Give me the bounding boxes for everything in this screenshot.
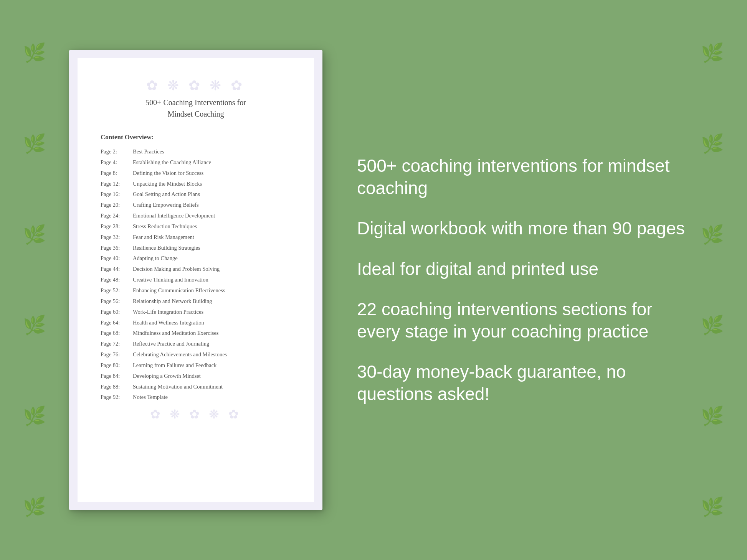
feature-text-1: 500+ coaching interventions for mindset … xyxy=(357,155,686,199)
feature-text-2: Digital workbook with more than 90 pages xyxy=(357,217,686,240)
toc-item-20: Page 76: Celebrating Achievements and Mi… xyxy=(101,351,291,358)
toc-page-9: Page 32: xyxy=(101,234,131,241)
toc-item-4: Page 12: Unpacking the Mindset Blocks xyxy=(101,180,291,188)
toc-title-16: Work-Life Integration Practices xyxy=(133,308,203,316)
toc-item-11: Page 40: Adapting to Change xyxy=(101,255,291,262)
toc-item-13: Page 48: Creative Thinking and Innovatio… xyxy=(101,276,291,283)
toc-title-7: Emotional Intelligence Development xyxy=(133,212,215,219)
toc-page-24: Page 92: xyxy=(101,394,131,401)
toc-page-15: Page 56: xyxy=(101,298,131,305)
document-title: 500+ Coaching Interventions for Mindset … xyxy=(101,97,291,120)
toc-page-6: Page 20: xyxy=(101,201,131,209)
toc-item-10: Page 36: Resilience Building Strategies xyxy=(101,244,291,252)
toc-page-12: Page 44: xyxy=(101,265,131,273)
toc-title-18: Mindfulness and Meditation Exercises xyxy=(133,329,219,337)
toc-page-16: Page 60: xyxy=(101,308,131,316)
toc-page-1: Page 2: xyxy=(101,148,131,155)
toc-item-19: Page 72: Reflective Practice and Journal… xyxy=(101,340,291,348)
toc-page-18: Page 68: xyxy=(101,329,131,337)
toc-title-3: Defining the Vision for Success xyxy=(133,170,203,177)
toc-item-16: Page 60: Work-Life Integration Practices xyxy=(101,308,291,316)
toc-page-5: Page 16: xyxy=(101,191,131,198)
toc-title-8: Stress Reduction Techniques xyxy=(133,223,197,230)
toc-title-9: Fear and Risk Management xyxy=(133,234,194,241)
toc-item-7: Page 24: Emotional Intelligence Developm… xyxy=(101,212,291,219)
toc-title-13: Creative Thinking and Innovation xyxy=(133,276,208,283)
toc-page-2: Page 4: xyxy=(101,159,131,166)
content-overview-label: Content Overview: xyxy=(101,133,291,141)
toc-page-17: Page 64: xyxy=(101,319,131,326)
toc-item-1: Page 2: Best Practices xyxy=(101,148,291,155)
feature-text-4: 22 coaching interventions sections for e… xyxy=(357,298,686,343)
toc-page-3: Page 8: xyxy=(101,170,131,177)
toc-item-15: Page 56: Relationship and Network Buildi… xyxy=(101,298,291,305)
doc-top-decoration: ✿ ❋ ✿ ❋ ✿ xyxy=(101,77,291,94)
toc-item-14: Page 52: Enhancing Communication Effecti… xyxy=(101,287,291,294)
toc-title-4: Unpacking the Mindset Blocks xyxy=(133,180,202,188)
toc-item-22: Page 84: Developing a Growth Mindset xyxy=(101,372,291,380)
toc-item-9: Page 32: Fear and Risk Management xyxy=(101,234,291,241)
toc-title-20: Celebrating Achievements and Milestones xyxy=(133,351,227,358)
toc-title-12: Decision Making and Problem Solving xyxy=(133,265,220,273)
toc-title-14: Enhancing Communication Effectiveness xyxy=(133,287,225,294)
content-wrapper: ✿ ❋ ✿ ❋ ✿ 500+ Coaching Interventions fo… xyxy=(0,0,747,560)
features-panel: 500+ coaching interventions for mindset … xyxy=(349,155,709,405)
toc-title-23: Sustaining Motivation and Commitment xyxy=(133,383,223,390)
toc-page-23: Page 88: xyxy=(101,383,131,390)
toc-item-8: Page 28: Stress Reduction Techniques xyxy=(101,223,291,230)
toc-item-5: Page 16: Goal Setting and Action Plans xyxy=(101,191,291,198)
toc-page-11: Page 40: xyxy=(101,255,131,262)
toc-page-10: Page 36: xyxy=(101,244,131,252)
toc-page-13: Page 48: xyxy=(101,276,131,283)
toc-title-15: Relationship and Network Building xyxy=(133,298,212,305)
toc-page-21: Page 80: xyxy=(101,362,131,369)
toc-page-20: Page 76: xyxy=(101,351,131,358)
document-inner: ✿ ❋ ✿ ❋ ✿ 500+ Coaching Interventions fo… xyxy=(78,58,314,502)
toc-page-14: Page 52: xyxy=(101,287,131,294)
toc-title-2: Establishing the Coaching Alliance xyxy=(133,159,211,166)
toc-item-6: Page 20: Crafting Empowering Beliefs xyxy=(101,201,291,209)
document-mockup: ✿ ❋ ✿ ❋ ✿ 500+ Coaching Interventions fo… xyxy=(69,50,322,510)
toc-title-11: Adapting to Change xyxy=(133,255,178,262)
toc-title-5: Goal Setting and Action Plans xyxy=(133,191,200,198)
toc-title-10: Resilience Building Strategies xyxy=(133,244,200,252)
toc-page-7: Page 24: xyxy=(101,212,131,219)
toc-item-3: Page 8: Defining the Vision for Success xyxy=(101,170,291,177)
doc-bottom-decoration: ✿ ❋ ✿ ❋ ✿ xyxy=(101,407,291,422)
toc-page-22: Page 84: xyxy=(101,372,131,380)
feature-text-3: Ideal for digital and printed use xyxy=(357,258,686,280)
toc-title-21: Learning from Failures and Feedback xyxy=(133,362,216,369)
toc-item-18: Page 68: Mindfulness and Meditation Exer… xyxy=(101,329,291,337)
toc-title-22: Developing a Growth Mindset xyxy=(133,372,201,380)
feature-text-5: 30-day money-back guarantee, no question… xyxy=(357,361,686,405)
toc-title-1: Best Practices xyxy=(133,148,164,155)
toc-title-19: Reflective Practice and Journaling xyxy=(133,340,209,348)
toc-item-2: Page 4: Establishing the Coaching Allian… xyxy=(101,159,291,166)
toc-title-6: Crafting Empowering Beliefs xyxy=(133,201,199,209)
toc-item-23: Page 88: Sustaining Motivation and Commi… xyxy=(101,383,291,390)
toc-title-17: Health and Wellness Integration xyxy=(133,319,204,326)
toc-item-21: Page 80: Learning from Failures and Feed… xyxy=(101,362,291,369)
toc-page-19: Page 72: xyxy=(101,340,131,348)
toc-item-24: Page 92: Notes Template xyxy=(101,394,291,401)
toc-page-4: Page 12: xyxy=(101,180,131,188)
toc-page-8: Page 28: xyxy=(101,223,131,230)
table-of-contents: Page 2: Best Practices Page 4: Establish… xyxy=(101,148,291,401)
toc-title-24: Notes Template xyxy=(133,394,168,401)
toc-item-12: Page 44: Decision Making and Problem Sol… xyxy=(101,265,291,273)
toc-item-17: Page 64: Health and Wellness Integration xyxy=(101,319,291,326)
